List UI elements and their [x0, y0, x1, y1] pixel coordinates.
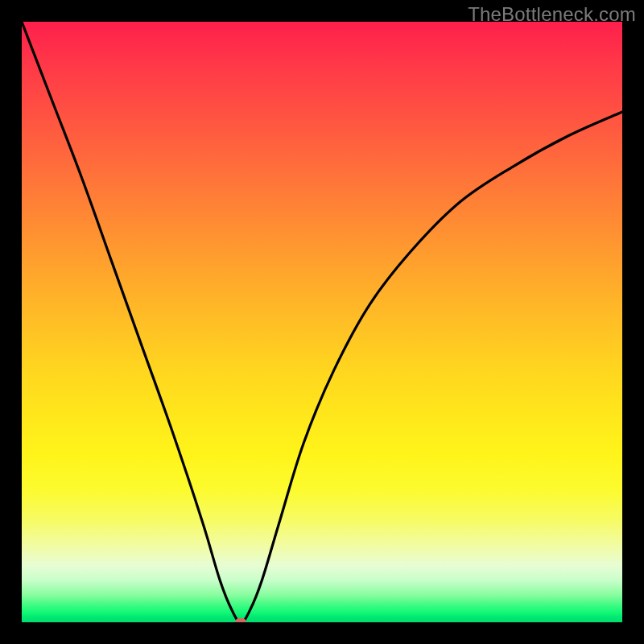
- watermark-text: TheBottleneck.com: [468, 3, 636, 26]
- curve-svg: [22, 22, 622, 622]
- curve-path: [22, 22, 622, 622]
- chart-frame: TheBottleneck.com: [0, 0, 644, 644]
- plot-area: [22, 22, 622, 622]
- bottleneck-marker: [235, 618, 246, 622]
